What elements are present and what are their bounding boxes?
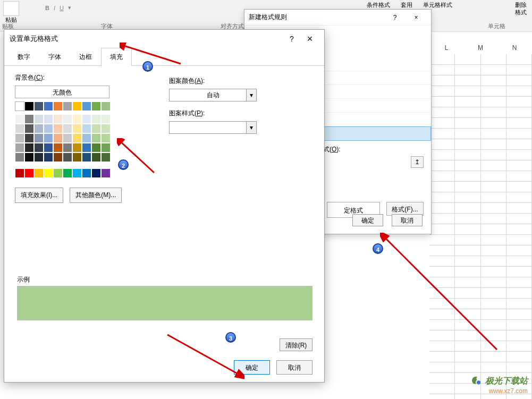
color-swatch[interactable] [101, 133, 111, 143]
cell[interactable] [481, 320, 506, 330]
cell[interactable] [429, 118, 455, 128]
color-swatch[interactable] [24, 143, 34, 152]
cell[interactable] [429, 267, 455, 277]
fill-effects-button[interactable]: 填充效果(I)... [15, 188, 63, 203]
color-swatch[interactable] [34, 101, 44, 111]
color-swatch[interactable] [101, 114, 111, 124]
cell[interactable] [455, 160, 480, 171]
color-swatch[interactable] [82, 168, 91, 178]
help-button[interactable]: ? [384, 11, 406, 24]
color-swatch[interactable] [91, 143, 101, 152]
color-swatch[interactable] [15, 143, 24, 152]
cell[interactable] [506, 288, 532, 298]
cell[interactable] [481, 75, 506, 86]
format-button[interactable]: 格式 [515, 9, 527, 15]
color-swatch[interactable] [15, 152, 24, 162]
color-swatch[interactable] [34, 152, 44, 162]
cell[interactable] [481, 330, 506, 341]
color-swatch[interactable] [44, 133, 53, 143]
cell[interactable] [481, 171, 506, 181]
color-swatch[interactable] [44, 124, 53, 133]
cell[interactable] [481, 160, 506, 171]
cell[interactable] [481, 299, 506, 309]
cell[interactable] [506, 299, 532, 309]
color-swatch[interactable] [82, 152, 91, 162]
more-colors-button[interactable]: 其他颜色(M)... [70, 188, 122, 203]
cell[interactable] [506, 150, 532, 160]
color-swatch[interactable] [101, 168, 111, 178]
cell[interactable] [481, 394, 506, 399]
cell[interactable] [455, 341, 480, 351]
color-swatch[interactable] [101, 152, 111, 162]
cell[interactable] [481, 256, 506, 266]
column-header[interactable]: L [429, 44, 463, 52]
cancel-button[interactable]: 取消 [392, 214, 423, 226]
cell[interactable] [429, 320, 455, 330]
cell[interactable] [455, 214, 480, 224]
color-swatch[interactable] [63, 133, 72, 143]
cell[interactable] [481, 107, 506, 117]
cell[interactable] [429, 129, 455, 139]
cell[interactable] [455, 182, 480, 192]
color-swatch[interactable] [44, 152, 53, 162]
color-swatch[interactable] [53, 168, 63, 178]
cell[interactable] [429, 86, 455, 96]
cell[interactable] [506, 224, 532, 234]
color-swatch[interactable] [72, 168, 82, 178]
color-swatch[interactable] [34, 114, 44, 124]
color-swatch[interactable] [24, 124, 34, 133]
cell[interactable] [455, 192, 480, 202]
cell[interactable] [506, 245, 532, 256]
color-swatch[interactable] [34, 124, 44, 133]
cell[interactable] [429, 330, 455, 341]
cell[interactable] [481, 118, 506, 128]
cell[interactable] [481, 235, 506, 245]
cell[interactable] [429, 54, 455, 64]
cell[interactable] [455, 150, 480, 160]
cond-format-button[interactable]: 条件格式 [367, 1, 390, 9]
color-swatch[interactable] [72, 101, 82, 111]
cell[interactable] [506, 214, 532, 224]
cell[interactable] [455, 288, 480, 298]
cell[interactable] [455, 107, 480, 117]
cell[interactable] [429, 182, 455, 192]
cell[interactable] [481, 65, 506, 75]
cancel-button[interactable]: 取消 [276, 360, 313, 375]
help-button[interactable]: ? [283, 31, 301, 46]
underline-button[interactable]: U [60, 5, 64, 11]
cell[interactable] [429, 214, 455, 224]
cell[interactable] [481, 97, 506, 107]
cell[interactable] [481, 86, 506, 96]
column-header[interactable]: M [463, 44, 497, 52]
cell[interactable] [455, 299, 480, 309]
cell[interactable] [506, 309, 532, 319]
cell[interactable] [506, 330, 532, 341]
clear-button[interactable]: 清除(R) [280, 338, 313, 351]
cell[interactable] [429, 256, 455, 266]
tab-font[interactable]: 字体 [39, 48, 70, 66]
cell[interactable] [506, 362, 532, 372]
chevron-down-icon[interactable]: ▾ [68, 4, 71, 11]
color-swatch[interactable] [82, 143, 91, 152]
cell[interactable] [481, 309, 506, 319]
bold-button[interactable]: B [45, 5, 49, 11]
cell[interactable] [429, 139, 455, 149]
color-swatch[interactable] [53, 143, 63, 152]
color-swatch[interactable] [24, 114, 34, 124]
italic-button[interactable]: I [54, 5, 55, 11]
cell[interactable] [506, 129, 532, 139]
cell[interactable] [506, 394, 532, 399]
cell[interactable] [506, 118, 532, 128]
cell[interactable] [455, 362, 480, 372]
color-swatch[interactable] [34, 168, 44, 178]
cell[interactable] [506, 65, 532, 75]
pattern-style-select[interactable] [169, 121, 257, 134]
cell[interactable] [481, 288, 506, 298]
cell[interactable] [506, 107, 532, 117]
delete-button[interactable]: 删除 [515, 1, 527, 9]
cell[interactable] [481, 362, 506, 372]
cell[interactable] [429, 394, 455, 399]
cell[interactable] [506, 277, 532, 287]
cell[interactable] [481, 192, 506, 202]
cell[interactable] [455, 203, 480, 213]
